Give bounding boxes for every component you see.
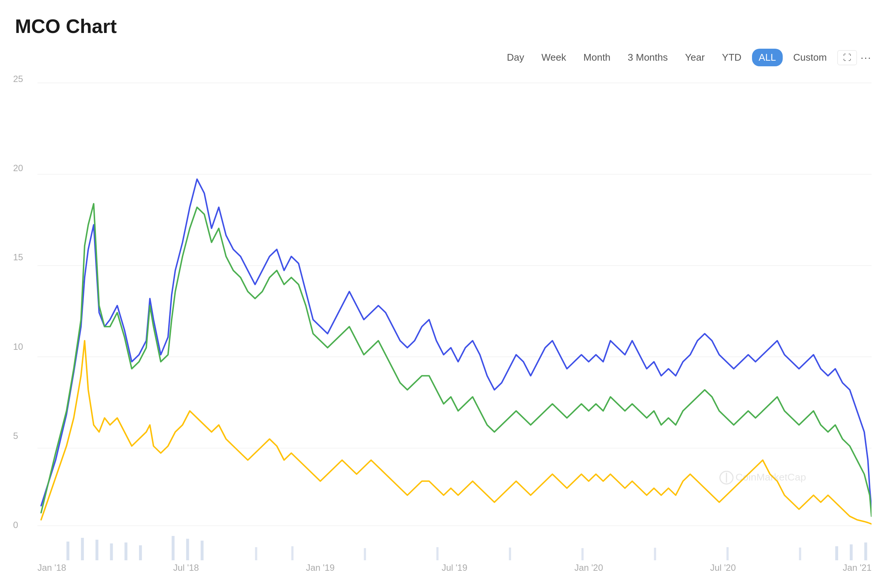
x-label-jul20: Jul '20 (710, 562, 736, 573)
svg-rect-28 (835, 546, 838, 561)
fullscreen-button[interactable]: ⛶ (837, 50, 857, 65)
chart-area: 25 25 20 15 10 5 0 (15, 74, 871, 573)
more-options-button[interactable]: ··· (861, 52, 871, 64)
svg-rect-11 (81, 538, 84, 560)
svg-rect-12 (95, 540, 98, 560)
y-axis (15, 74, 38, 560)
svg-rect-22 (436, 547, 439, 560)
year-button[interactable]: Year (678, 49, 711, 66)
svg-rect-18 (201, 541, 204, 561)
volume-chart-svg (38, 532, 871, 560)
3months-button[interactable]: 3 Months (621, 49, 674, 66)
ytd-button[interactable]: YTD (715, 49, 748, 66)
chart-body: 25 25 20 15 10 5 0 (38, 74, 871, 560)
fullscreen-icon: ⛶ (843, 53, 851, 63)
price-chart-svg: CoinMarketCap (38, 74, 871, 530)
svg-rect-27 (799, 547, 801, 560)
x-label-jul18: Jul '18 (173, 562, 199, 573)
svg-rect-17 (186, 539, 189, 561)
svg-rect-10 (66, 541, 69, 560)
svg-rect-26 (726, 547, 729, 560)
custom-button[interactable]: Custom (787, 49, 834, 66)
svg-rect-30 (864, 543, 867, 561)
svg-rect-21 (364, 548, 366, 561)
x-label-jan18: Jan '18 (38, 562, 66, 573)
svg-rect-15 (139, 545, 142, 560)
day-button[interactable]: Day (500, 49, 531, 66)
x-label-jan21: Jan '21 (843, 562, 871, 573)
svg-rect-29 (850, 544, 853, 561)
svg-rect-20 (291, 546, 293, 561)
page-title: MCO Chart (15, 15, 871, 38)
svg-rect-24 (581, 548, 584, 561)
all-button[interactable]: ALL (752, 49, 783, 66)
x-label-jan19: Jan '19 (306, 562, 335, 573)
time-range-toolbar: Day Week Month 3 Months Year YTD ALL Cus… (15, 49, 871, 66)
svg-rect-23 (509, 547, 511, 560)
svg-rect-19 (255, 547, 257, 560)
svg-text:CoinMarketCap: CoinMarketCap (735, 472, 806, 483)
svg-rect-14 (124, 543, 127, 561)
svg-rect-25 (654, 548, 656, 561)
svg-rect-16 (172, 536, 175, 560)
x-axis: Jan '18 Jul '18 Jan '19 Jul '19 Jan '20 … (15, 562, 871, 573)
svg-rect-13 (110, 543, 113, 560)
month-button[interactable]: Month (577, 49, 617, 66)
week-button[interactable]: Week (535, 49, 573, 66)
x-label-jul19: Jul '19 (442, 562, 468, 573)
x-label-jan20: Jan '20 (574, 562, 603, 573)
